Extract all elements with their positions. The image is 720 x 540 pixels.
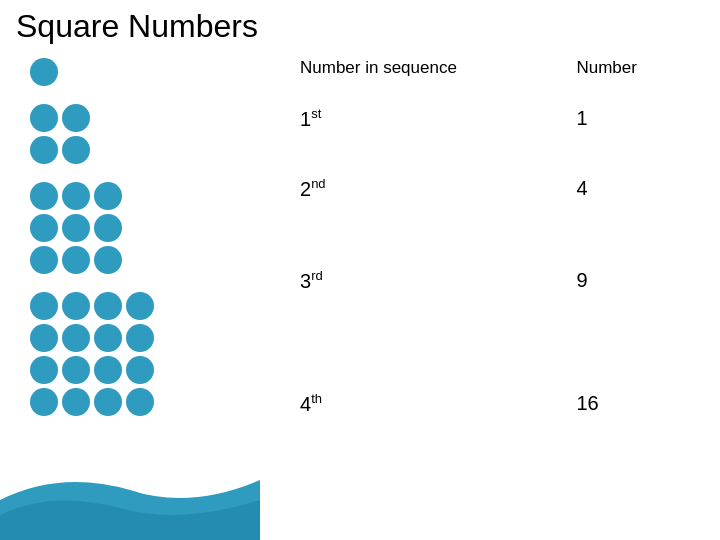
dot [62, 356, 90, 384]
dot [126, 292, 154, 320]
dot [94, 388, 122, 416]
table-row: 1st 1 [270, 88, 700, 148]
dot [30, 136, 58, 164]
col2-header: Number [546, 58, 700, 88]
dots-column [20, 58, 240, 473]
dot [30, 182, 58, 210]
table-row: 3rd 9 [270, 228, 700, 333]
bottom-decoration [0, 470, 260, 540]
dot [62, 292, 90, 320]
number-cell: 4 [546, 148, 700, 228]
dot-grid-4 [30, 292, 240, 416]
dot [30, 388, 58, 416]
sequence-cell: 3rd [270, 228, 546, 333]
dot [126, 356, 154, 384]
dot [62, 246, 90, 274]
dot [30, 324, 58, 352]
sequence-cell: 1st [270, 88, 546, 148]
dot [30, 356, 58, 384]
dot [30, 292, 58, 320]
dot [126, 324, 154, 352]
dot-grid-1 [30, 58, 240, 86]
table-row: 4th 16 [270, 333, 700, 473]
dot [94, 292, 122, 320]
dot [30, 104, 58, 132]
dot [126, 388, 154, 416]
dot [94, 246, 122, 274]
dot [62, 136, 90, 164]
sequence-cell: 4th [270, 333, 546, 473]
dot-grid-2 [30, 104, 240, 164]
page-title: Square Numbers [0, 0, 720, 53]
dot [62, 324, 90, 352]
dot [94, 324, 122, 352]
col1-header: Number in sequence [270, 58, 546, 88]
dot-grid-3 [30, 182, 240, 274]
dot [94, 182, 122, 210]
dot [62, 388, 90, 416]
dot [30, 246, 58, 274]
dot [30, 214, 58, 242]
dot [30, 58, 58, 86]
sequence-table-area: Number in sequence Number 1st 1 2nd 4 3r… [240, 58, 700, 473]
dot [94, 214, 122, 242]
number-cell: 16 [546, 333, 700, 473]
dot [62, 104, 90, 132]
sequence-table: Number in sequence Number 1st 1 2nd 4 3r… [270, 58, 700, 473]
number-cell: 1 [546, 88, 700, 148]
dot [62, 182, 90, 210]
dot [94, 356, 122, 384]
sequence-cell: 2nd [270, 148, 546, 228]
number-cell: 9 [546, 228, 700, 333]
dot [62, 214, 90, 242]
table-row: 2nd 4 [270, 148, 700, 228]
